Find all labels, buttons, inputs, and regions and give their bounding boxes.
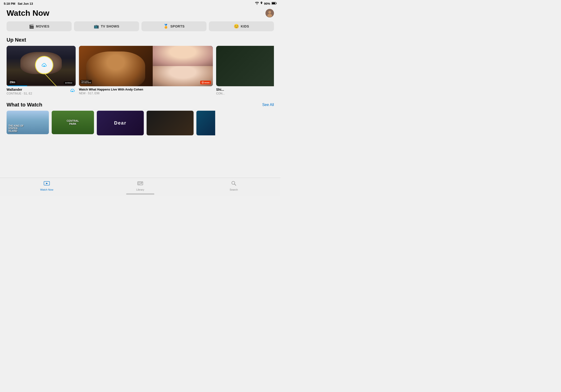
library-label: Library [136, 188, 144, 191]
what-to-watch-row: THE KING OFSTATENISLAND CENTRALPARK Dear [7, 111, 274, 135]
wallander-network: britbox [64, 81, 74, 84]
status-time: 5:18 PM [4, 2, 15, 5]
page-header: Watch Now [7, 9, 274, 18]
what-to-watch-header: What to Watch See All [7, 102, 274, 108]
status-icons: 90% [255, 2, 277, 6]
fifth-thumbnail [196, 111, 215, 135]
svg-rect-11 [140, 182, 142, 183]
up-next-card-andy-cohen[interactable]: Tins-Leave ON A HIGH NOTE bravo [79, 46, 213, 95]
callout-line-svg [40, 73, 59, 86]
svg-rect-12 [140, 183, 142, 184]
what-to-watch-title: What to Watch [7, 102, 42, 108]
up-next-row: 29m britbox [7, 46, 274, 95]
host-panel: Tins-Leave ON A HIGH NOTE [79, 46, 153, 86]
wallander-subtitle: CONTINUE · S1, E2 [7, 92, 32, 95]
dear-thumbnail: Dear [97, 111, 144, 135]
avatar[interactable] [265, 9, 274, 17]
tab-sports-label: SPORTS [170, 24, 185, 28]
tab-search[interactable]: Search [187, 180, 280, 191]
andy-cohen-title: Watch What Happens Live With Andy Cohen [79, 88, 143, 91]
page-title: Watch Now [7, 9, 49, 18]
show-sign: Tins-Leave ON A HIGH NOTE [80, 80, 92, 84]
third-card-info: Shi... CON... [216, 88, 274, 95]
tab-library[interactable]: Library [94, 180, 187, 191]
svg-rect-10 [138, 182, 140, 184]
main-content: Watch Now 🎬 MOVIES 📺 TV SHOWS 🏅 SPORTS 😊… [0, 7, 280, 135]
status-date: Sat Jun 13 [18, 2, 33, 5]
third-title: Shi... [216, 88, 225, 91]
svg-line-14 [235, 184, 236, 185]
third-thumbnail [216, 46, 274, 86]
tab-tv-shows[interactable]: 📺 TV SHOWS [74, 22, 139, 31]
king-staten-thumbnail: THE KING OFSTATENISLAND [7, 111, 49, 134]
callout-circle [36, 57, 53, 74]
wtw-card-king-staten[interactable]: THE KING OFSTATENISLAND [7, 111, 49, 135]
bravo-badge: bravo [200, 81, 211, 84]
wallander-duration: 29m [9, 80, 16, 84]
home-indicator [126, 193, 154, 195]
tab-kids[interactable]: 😊 KIDS [209, 22, 274, 31]
third-subtitle: CON... [216, 92, 225, 95]
dear-image: Dear [97, 111, 144, 135]
wtw-card-dear[interactable]: Dear [97, 111, 144, 135]
wallander-thumbnail: 29m britbox [7, 46, 76, 86]
svg-line-5 [44, 73, 57, 86]
tab-watch-now[interactable]: Watch Now [0, 180, 94, 191]
up-next-card-third[interactable]: Shi... CON... [216, 46, 274, 95]
wtw-card-fourth[interactable] [147, 111, 194, 135]
third-text: Shi... CON... [216, 88, 225, 95]
battery-icon [271, 2, 277, 5]
download-callout [36, 57, 53, 74]
tvshows-icon: 📺 [94, 24, 99, 29]
tab-movies[interactable]: 🎬 MOVIES [7, 22, 72, 31]
wallander-progress [7, 86, 27, 86]
andy-cohen-text: Watch What Happens Live With Andy Cohen … [79, 88, 143, 95]
andy-cohen-subtitle: NEW · S17, E98 [79, 92, 143, 95]
king-staten-title-text: THE KING OFSTATENISLAND [9, 125, 23, 132]
status-bar: 5:18 PM Sat Jun 13 90% [0, 0, 280, 7]
central-park-thumbnail: CENTRALPARK [52, 111, 94, 134]
svg-point-4 [267, 14, 272, 17]
tab-bar: Watch Now Library Search [0, 178, 280, 196]
see-all-link[interactable]: See All [262, 103, 274, 107]
andy-cohen-thumbnail: Tins-Leave ON A HIGH NOTE bravo [79, 46, 213, 86]
battery-percent: 90% [264, 2, 270, 5]
library-icon [137, 181, 143, 187]
search-label: Search [230, 188, 238, 191]
location-icon [260, 2, 263, 6]
sports-icon: 🏅 [163, 24, 168, 29]
kids-icon: 😊 [234, 24, 239, 29]
tab-sports[interactable]: 🏅 SPORTS [141, 22, 206, 31]
guest-face-top [153, 46, 213, 66]
wtw-card-fifth[interactable] [196, 111, 215, 135]
up-next-card-wallander[interactable]: 29m britbox [7, 46, 76, 95]
tab-kids-label: KIDS [241, 24, 249, 28]
wallander-title: Wallander [7, 88, 32, 91]
wtw-card-central-park[interactable]: CENTRALPARK [52, 111, 94, 135]
svg-rect-1 [272, 2, 275, 4]
category-tabs: 🎬 MOVIES 📺 TV SHOWS 🏅 SPORTS 😊 KIDS [7, 22, 274, 31]
search-icon [231, 181, 236, 187]
wallander-card-info: Wallander CONTINUE · S1, E2 [7, 88, 76, 95]
guest-top [153, 46, 213, 66]
wifi-icon [255, 2, 259, 5]
up-next-header: Up Next [7, 37, 274, 43]
watch-now-label: Watch Now [40, 188, 53, 191]
up-next-title: Up Next [7, 37, 26, 43]
tab-tvshows-label: TV SHOWS [101, 24, 119, 28]
wallander-text: Wallander CONTINUE · S1, E2 [7, 88, 32, 95]
watch-now-icon [44, 181, 50, 187]
fourth-thumbnail [147, 111, 194, 135]
host-face [86, 52, 145, 86]
central-park-title-text: CENTRALPARK [67, 120, 79, 126]
tab-movies-label: MOVIES [36, 24, 49, 28]
wallander-download-button[interactable] [69, 87, 76, 94]
movies-icon: 🎬 [29, 24, 34, 29]
svg-marker-8 [46, 183, 48, 184]
andy-cohen-card-info: Watch What Happens Live With Andy Cohen … [79, 88, 213, 95]
svg-point-3 [268, 11, 271, 14]
